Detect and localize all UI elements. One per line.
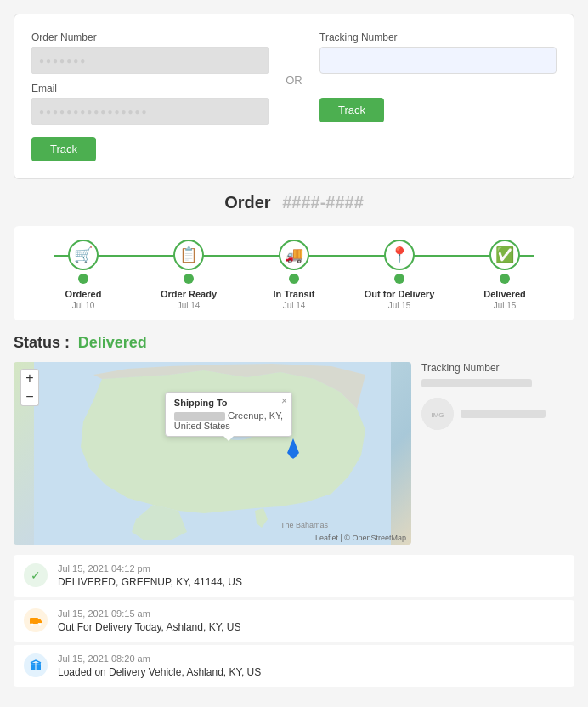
timeline-content-loaded: Jul 15, 2021 08:20 am Loaded on Delivery… xyxy=(58,653,564,678)
track-button-right[interactable]: Track xyxy=(319,98,384,122)
timeline-time-1: Jul 15, 2021 09:15 am xyxy=(58,608,564,619)
step-in-transit: 🚚 In Transit Jul 14 xyxy=(241,240,347,310)
box-icon xyxy=(29,659,42,672)
step-out-delivery: 📍 Out for Delivery Jul 15 xyxy=(347,240,452,310)
tracking-number-display-label: Tracking Number xyxy=(421,362,574,374)
step-label-delivered: Delivered xyxy=(483,289,526,299)
main-content: The Bahamas + − × Shipping To Greenup, K… xyxy=(14,362,574,545)
tracking-panel: Tracking Number IMG xyxy=(421,362,574,545)
map-section: The Bahamas + − × Shipping To Greenup, K… xyxy=(14,362,411,545)
tracking-number-section: Tracking Number xyxy=(319,31,557,74)
status-value: Delivered xyxy=(78,334,147,351)
step-date-out-delivery: Jul 15 xyxy=(388,301,411,310)
order-number-section: Order Number xyxy=(31,31,269,74)
status-section: Status : Delivered xyxy=(14,334,574,352)
step-dot-out-delivery xyxy=(394,274,404,284)
step-date-ready: Jul 14 xyxy=(178,301,201,310)
carrier-logo: IMG xyxy=(421,398,454,430)
email-section: Email xyxy=(31,82,269,125)
progress-section: 🛒 Ordered Jul 10 📋 Order Ready Jul 14 🚚 … xyxy=(14,226,574,320)
map-background: The Bahamas + − × Shipping To Greenup, K… xyxy=(14,362,411,545)
search-left: Order Number Email Track xyxy=(31,31,269,161)
tooltip-address: Greenup, KY, xyxy=(174,410,283,421)
step-date-ordered: Jul 10 xyxy=(72,301,95,310)
timeline-icon-loaded xyxy=(24,653,48,677)
map-zoom-controls: + − xyxy=(20,369,39,406)
step-dot-delivered xyxy=(500,274,510,284)
timeline-desc-0: DELIVERED, GREENUP, KY, 41144, US xyxy=(58,576,564,588)
timeline-desc-2: Loaded on Delivery Vehicle, Ashland, KY,… xyxy=(58,666,564,678)
order-id: ####-#### xyxy=(282,193,364,212)
svg-rect-7 xyxy=(30,618,38,624)
svg-text:The Bahamas: The Bahamas xyxy=(280,521,329,529)
tracking-number-label: Tracking Number xyxy=(319,31,557,43)
order-title-prefix: Order xyxy=(224,193,270,212)
step-icon-ready: 📋 xyxy=(173,240,204,270)
step-icon-ordered: 🛒 xyxy=(68,240,99,270)
step-ordered: 🛒 Ordered Jul 10 xyxy=(31,240,136,310)
zoom-in-button[interactable]: + xyxy=(20,369,39,387)
order-number-input[interactable] xyxy=(31,47,269,74)
step-dot-ordered xyxy=(78,274,88,284)
step-dot-ready xyxy=(184,274,194,284)
timeline-icon-out-delivery xyxy=(24,608,48,632)
timeline-time-2: Jul 15, 2021 08:20 am xyxy=(58,653,564,664)
truck-icon xyxy=(29,614,42,627)
tracking-number-display-value xyxy=(421,379,532,387)
order-title: Order ####-#### xyxy=(0,193,588,212)
timeline-desc-1: Out For Delivery Today, Ashland, KY, US xyxy=(58,621,564,633)
step-delivered: ✅ Delivered Jul 15 xyxy=(452,240,557,310)
tooltip-title: Shipping To xyxy=(174,398,283,408)
step-date-delivered: Jul 15 xyxy=(494,301,517,310)
step-date-transit: Jul 14 xyxy=(283,301,306,310)
svg-point-8 xyxy=(31,624,34,626)
tooltip-city: Greenup, KY, xyxy=(228,410,283,421)
carrier-name xyxy=(461,410,546,418)
carrier-logo-svg: IMG xyxy=(421,398,454,430)
tracking-number-input[interactable] xyxy=(319,47,557,74)
track-button-left[interactable]: Track xyxy=(31,137,96,161)
search-panel: Order Number Email Track OR Tracking Num… xyxy=(14,14,574,179)
step-label-transit: In Transit xyxy=(274,289,315,299)
svg-text:IMG: IMG xyxy=(431,411,444,419)
order-number-label: Order Number xyxy=(31,31,269,43)
carrier-info: IMG xyxy=(421,398,574,430)
step-dot-transit xyxy=(289,274,299,284)
step-order-ready: 📋 Order Ready Jul 14 xyxy=(136,240,241,310)
map-svg: The Bahamas xyxy=(14,362,411,545)
or-divider: OR xyxy=(269,31,319,87)
step-label-ordered: Ordered xyxy=(65,289,102,299)
address-blur xyxy=(174,412,225,421)
step-icon-transit: 🚚 xyxy=(279,240,309,270)
timeline-event-delivered: ✓ Jul 15, 2021 04:12 pm DELIVERED, GREEN… xyxy=(14,555,574,597)
step-label-out-delivery: Out for Delivery xyxy=(365,289,435,299)
timeline-content-delivered: Jul 15, 2021 04:12 pm DELIVERED, GREENUP… xyxy=(58,563,564,588)
timeline-event-loaded: Jul 15, 2021 08:20 am Loaded on Delivery… xyxy=(14,645,574,687)
svg-point-9 xyxy=(39,624,42,626)
timeline-event-out-delivery: Jul 15, 2021 09:15 am Out For Delivery T… xyxy=(14,600,574,642)
timeline-time-0: Jul 15, 2021 04:12 pm xyxy=(58,563,564,574)
step-icon-delivered: ✅ xyxy=(489,240,520,270)
tooltip-close-button[interactable]: × xyxy=(281,395,287,407)
map-attribution: Leaflet | © OpenStreetMap xyxy=(315,534,406,542)
status-prefix: Status : xyxy=(14,334,70,351)
timeline-section: ✓ Jul 15, 2021 04:12 pm DELIVERED, GREEN… xyxy=(14,555,574,687)
timeline-icon-delivered: ✓ xyxy=(24,563,48,587)
step-label-ready: Order Ready xyxy=(161,289,217,299)
map-tooltip: × Shipping To Greenup, KY, United States xyxy=(165,392,292,437)
email-input[interactable] xyxy=(31,98,269,125)
progress-steps: 🛒 Ordered Jul 10 📋 Order Ready Jul 14 🚚 … xyxy=(31,240,557,310)
search-right: Tracking Number Track xyxy=(319,31,557,122)
email-label: Email xyxy=(31,82,269,94)
timeline-content-out-delivery: Jul 15, 2021 09:15 am Out For Delivery T… xyxy=(58,608,564,633)
step-icon-out-delivery: 📍 xyxy=(384,240,415,270)
tooltip-country: United States xyxy=(174,421,283,431)
map-container: The Bahamas + − × Shipping To Greenup, K… xyxy=(14,362,411,545)
zoom-out-button[interactable]: − xyxy=(20,387,39,406)
